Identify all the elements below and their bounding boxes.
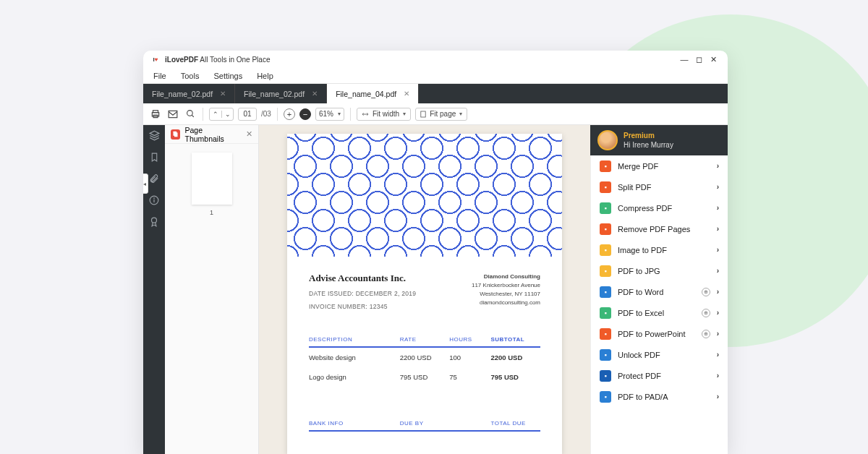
close-icon[interactable]: ✕ (220, 90, 226, 98)
globe-icon: ⊕ (702, 330, 710, 338)
chevron-down-icon: ▾ (459, 111, 462, 117)
thumbnail-page-1[interactable] (192, 153, 232, 205)
tool-pdf-to-pad-a[interactable]: ▪PDF to PAD/A› (591, 386, 728, 407)
print-icon[interactable] (149, 108, 162, 121)
ribbon-icon[interactable] (148, 216, 160, 228)
svg-rect-6 (421, 111, 425, 117)
svg-rect-12 (174, 132, 178, 137)
chevron-right-icon: › (717, 372, 719, 380)
table-header: DESCRIPTION RATE HOURS SUBTOTAL (309, 336, 540, 348)
chevron-right-icon: › (717, 393, 719, 401)
date-issued: DATE ISSUED: DECEMBER 2, 2019 (309, 290, 416, 297)
close-icon[interactable]: ✕ (312, 90, 318, 98)
minimize-button[interactable]: — (677, 55, 692, 64)
client-info: Diamond Consulting 117 Knickerbocker Ave… (472, 273, 540, 310)
attachment-icon[interactable] (148, 173, 160, 184)
chevron-down-icon: ▾ (338, 111, 341, 117)
app-logo: I♥ (150, 54, 161, 64)
bookmark-icon[interactable] (148, 151, 160, 163)
invoice-number: INVOICE NUMBER: 12345 (309, 303, 416, 310)
tool-icon: ▪ (600, 223, 611, 235)
svg-rect-3 (169, 111, 177, 117)
avatar (597, 130, 618, 150)
document-header-pattern (287, 134, 562, 257)
svg-point-4 (187, 111, 192, 116)
tab-file-1[interactable]: File_name_02.pdf✕ (143, 84, 235, 103)
tool-image-to-pdf[interactable]: ▪Image to PDF› (591, 239, 728, 260)
chevron-down-icon: ▾ (403, 111, 406, 117)
chevron-right-icon: › (717, 267, 719, 275)
user-greeting: Hi Irene Murray (624, 140, 673, 150)
tool-icon: ▪ (600, 328, 611, 340)
tool-unlock-pdf[interactable]: ▪Unlock PDF› (591, 344, 728, 365)
zoom-in-icon[interactable]: + (284, 108, 295, 120)
tool-label: PDF to Word (618, 288, 695, 296)
menu-settings[interactable]: Settings (206, 69, 250, 82)
page-nav: ⌃ ⌄ (209, 108, 234, 121)
tool-pdf-to-powerpoint[interactable]: ▪PDF to PowerPoint⊕› (591, 323, 728, 344)
tool-protect-pdf[interactable]: ▪Protect PDF› (591, 365, 728, 386)
tool-icon: ▪ (600, 202, 611, 214)
tool-label: Remove PDF Pages (618, 225, 710, 234)
tool-pdf-to-excel[interactable]: ▪PDF to Excel⊕› (591, 302, 728, 323)
thumbnail-title: Page Thumbnails (184, 126, 242, 143)
tool-split-pdf[interactable]: ▪Split PDF› (591, 176, 728, 197)
page-input[interactable]: 01 (238, 108, 257, 121)
app-title: iLovePDF All Tools in One Place (165, 56, 270, 64)
tool-label: Unlock PDF (618, 351, 710, 359)
chevron-right-icon: › (717, 162, 719, 170)
maximize-button[interactable]: ◻ (692, 55, 706, 64)
search-icon[interactable] (184, 108, 197, 121)
tool-pdf-to-word[interactable]: ▪PDF to Word⊕› (591, 281, 728, 302)
menu-file[interactable]: File (146, 69, 174, 82)
company-name: Advise Accountants Inc. (309, 273, 416, 284)
close-icon[interactable]: ✕ (404, 90, 409, 98)
close-icon[interactable]: ✕ (246, 129, 252, 139)
close-button[interactable]: ✕ (706, 55, 720, 64)
tool-compress-pdf[interactable]: ▪Compress PDF› (591, 197, 728, 218)
page-down-icon[interactable]: ⌄ (221, 111, 233, 118)
svg-line-5 (192, 115, 194, 117)
globe-icon: ⊕ (702, 309, 710, 317)
thumbnails-icon (171, 129, 180, 140)
tool-icon: ▪ (600, 370, 611, 382)
menu-tools[interactable]: Tools (174, 69, 207, 82)
content-area: Page Thumbnails ✕ 1 Advise Accountants I… (143, 125, 728, 454)
document-viewer: Advise Accountants Inc. DATE ISSUED: DEC… (259, 125, 590, 454)
fit-width-button[interactable]: Fit width▾ (357, 108, 411, 121)
table-row: Logo design 795 USD 75 795 USD (309, 367, 540, 387)
title-bar: I♥ iLovePDF All Tools in One Place — ◻ ✕ (143, 51, 728, 68)
tool-remove-pdf-pages[interactable]: ▪Remove PDF Pages› (591, 218, 728, 239)
right-sidebar: ◂ Premium Hi Irene Murray ▪Merge PDF›▪Sp… (590, 125, 728, 454)
tool-merge-pdf[interactable]: ▪Merge PDF› (591, 155, 728, 176)
thumbnail-panel: Page Thumbnails ✕ 1 (165, 125, 259, 454)
collapse-sidebar-icon[interactable]: ◂ (143, 174, 148, 194)
tool-pdf-to-jpg[interactable]: ▪PDF to JPG› (591, 260, 728, 281)
mail-icon[interactable] (166, 108, 179, 121)
info-icon[interactable] (148, 194, 160, 206)
user-panel[interactable]: Premium Hi Irene Murray (590, 125, 728, 155)
page-up-icon[interactable]: ⌃ (210, 111, 221, 118)
zoom-select[interactable]: 61%▾ (315, 108, 344, 121)
menu-bar: File Tools Settings Help (143, 68, 728, 84)
page-total: /03 (261, 110, 271, 118)
zoom-out-icon[interactable]: − (299, 108, 311, 120)
table-row: Website design 2200 USD 100 2200 USD (309, 348, 540, 367)
thumbnail-list: 1 (165, 144, 258, 454)
document-page: Advise Accountants Inc. DATE ISSUED: DEC… (287, 134, 562, 454)
svg-point-9 (154, 198, 155, 199)
tab-file-3[interactable]: File_name_04.pdf✕ (327, 84, 419, 103)
tab-file-2[interactable]: File_name_02.pdf✕ (235, 84, 327, 103)
menu-help[interactable]: Help (250, 69, 281, 82)
tool-label: Merge PDF (618, 162, 710, 171)
fit-page-button[interactable]: Fit page▾ (415, 108, 467, 121)
tool-icon: ▪ (600, 265, 611, 277)
layers-icon[interactable] (148, 129, 160, 141)
chevron-right-icon: › (717, 225, 719, 233)
chevron-right-icon: › (717, 351, 719, 359)
tool-label: Split PDF (618, 183, 710, 192)
tool-label: PDF to PAD/A (618, 393, 710, 401)
tool-icon: ▪ (600, 160, 611, 172)
svg-point-10 (152, 218, 157, 223)
tool-label: Protect PDF (618, 372, 710, 380)
